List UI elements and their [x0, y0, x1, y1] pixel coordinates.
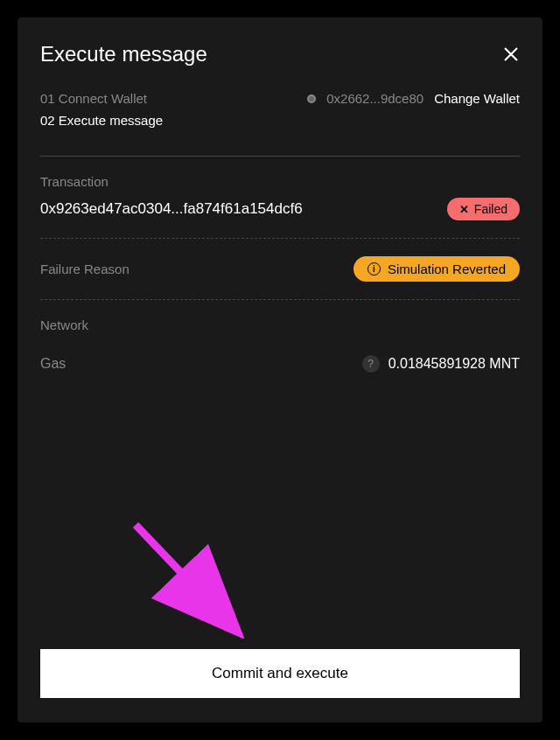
modal-header: Execute message [40, 42, 520, 66]
step-2-label: 02 Execute message [40, 113, 163, 128]
transaction-row: 0x9263ed47ac0304...fa874f61a154dcf6 ✕ Fa… [40, 198, 520, 220]
wallet-address: 0x2662...9dce80 [326, 91, 424, 106]
gas-info: ? 0.01845891928 MNT [362, 355, 520, 373]
wallet-info: 0x2662...9dce80 Change Wallet [307, 91, 520, 106]
x-icon: ✕ [459, 203, 469, 216]
dashed-divider [40, 238, 520, 239]
network-label: Network [40, 318, 520, 332]
gas-label: Gas [40, 356, 66, 372]
divider [40, 156, 520, 157]
transaction-section: Transaction 0x9263ed47ac0304...fa874f61a… [40, 174, 520, 220]
change-wallet-link[interactable]: Change Wallet [434, 91, 520, 106]
transaction-label: Transaction [40, 174, 520, 189]
failure-reason-text: Simulation Reverted [388, 262, 506, 276]
failure-reason-badge: i Simulation Reverted [354, 256, 520, 282]
step-1-row: 01 Connect Wallet 0x2662...9dce80 Change… [40, 91, 520, 106]
gas-value: 0.01845891928 MNT [388, 356, 520, 372]
modal-title: Execute message [40, 42, 207, 66]
wallet-status-icon [307, 94, 316, 103]
execute-message-modal: Execute message 01 Connect Wallet 0x2662… [18, 17, 542, 723]
commit-execute-button[interactable]: Commit and execute [40, 649, 520, 698]
gas-row: Gas ? 0.01845891928 MNT [40, 355, 520, 373]
transaction-hash: 0x9263ed47ac0304...fa874f61a154dcf6 [40, 200, 303, 218]
failure-label: Failure Reason [40, 262, 130, 276]
dashed-divider [40, 299, 520, 300]
close-icon[interactable] [502, 45, 520, 63]
failure-section: Failure Reason i Simulation Reverted [40, 256, 520, 282]
info-icon: i [368, 262, 381, 276]
help-icon[interactable]: ? [362, 355, 380, 373]
status-text: Failed [474, 202, 508, 216]
step-1-label: 01 Connect Wallet [40, 91, 147, 106]
steps-section: 01 Connect Wallet 0x2662...9dce80 Change… [40, 91, 520, 135]
status-badge: ✕ Failed [447, 198, 520, 220]
network-section: Network [40, 318, 520, 341]
step-2-row: 02 Execute message [40, 113, 520, 128]
